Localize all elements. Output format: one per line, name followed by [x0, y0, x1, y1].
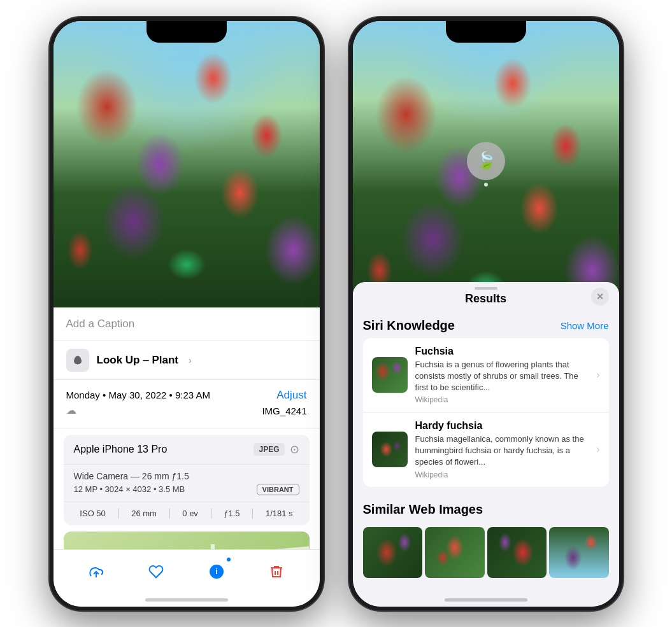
similar-img-2[interactable] — [425, 527, 485, 578]
hardy-source: Wikipedia — [415, 470, 589, 479]
left-phone: Add a Caption Look Up – Plant › — [50, 17, 324, 610]
home-indicator — [145, 598, 228, 602]
lookup-subject: Plant — [152, 354, 178, 366]
fuchsia-thumb — [372, 357, 408, 393]
favorite-button[interactable] — [142, 558, 170, 586]
fuchsia-source: Wikipedia — [415, 395, 589, 404]
date-info: Monday • May 30, 2022 • 9:23 AM — [66, 390, 210, 400]
share-button[interactable] — [82, 558, 110, 586]
cloud-icon: ☁ — [66, 404, 76, 416]
lookup-bold: Look Up — [97, 354, 140, 366]
focal-value: 26 mm — [131, 509, 157, 518]
fuchsia-chevron-icon: › — [596, 369, 599, 381]
lookup-icon — [66, 349, 89, 372]
close-icon: ✕ — [596, 292, 604, 302]
siri-knowledge-section: Siri Knowledge Show More Fuchsia Fuchsia… — [353, 312, 619, 487]
aperture-value: ƒ1.5 — [224, 509, 239, 518]
similar-img-1[interactable] — [363, 527, 423, 578]
hardy-desc: Fuchsia magellanica, commonly known as t… — [415, 433, 589, 468]
siri-knowledge-title: Siri Knowledge — [363, 318, 455, 333]
specs-text: 12 MP • 3024 × 4032 • 3.5 MB — [74, 484, 185, 494]
filename: IMG_4241 — [262, 405, 306, 416]
lookup-label: Look Up – Plant — [97, 354, 178, 367]
similar-title: Similar Web Images — [363, 502, 483, 517]
svg-text:i: i — [215, 567, 218, 576]
info-button[interactable]: i — [203, 558, 231, 586]
iso-value: ISO 50 — [80, 509, 105, 518]
adjust-button[interactable]: Adjust — [276, 389, 306, 402]
exif-row: ISO 50 26 mm 0 ev ƒ1.5 1/181 s — [64, 502, 310, 525]
jpeg-badge: JPEG — [254, 443, 284, 456]
camera-section: Apple iPhone 13 Pro JPEG ⊙ Wide Camera —… — [64, 435, 310, 525]
close-button[interactable]: ✕ — [591, 288, 609, 306]
fuchsia-desc: Fuchsia is a genus of flowering plants t… — [415, 359, 589, 394]
lookup-row[interactable]: Look Up – Plant › — [54, 341, 320, 380]
date-text: Monday • May 30, 2022 • 9:23 AM — [66, 390, 210, 400]
right-home-indicator — [445, 598, 527, 602]
hardy-content: Hardy fuchsia Fuchsia magellanica, commo… — [415, 420, 589, 479]
photo-info: Monday • May 30, 2022 • 9:23 AM Adjust ☁… — [54, 380, 320, 428]
results-panel: Results ✕ Siri Knowledge Show More — [353, 282, 619, 607]
right-screen: 🍃 Results ✕ Siri Knowledge Sho — [353, 21, 619, 607]
drag-handle[interactable] — [475, 287, 497, 290]
knowledge-item-fuchsia[interactable]: Fuchsia Fuchsia is a genus of flowering … — [363, 338, 609, 413]
show-more-button[interactable]: Show More — [561, 320, 609, 331]
fuchsia-name: Fuchsia — [415, 346, 589, 357]
notch — [147, 21, 227, 43]
shutter-value: 1/181 s — [266, 509, 293, 518]
results-header: Results ✕ — [353, 282, 619, 312]
lookup-text: Look Up – Plant — [97, 354, 178, 366]
wide-camera: Wide Camera — 26 mm ƒ1.5 — [74, 471, 299, 481]
camera-specs: 12 MP • 3024 × 4032 • 3.5 MB VIBRANT — [74, 484, 299, 495]
ev-value: 0 ev — [182, 509, 198, 518]
fuchsia-content: Fuchsia Fuchsia is a genus of flowering … — [415, 346, 589, 405]
hardy-chevron-icon: › — [596, 444, 599, 455]
right-phone: 🍃 Results ✕ Siri Knowledge Sho — [349, 17, 623, 610]
caption-placeholder[interactable]: Add a Caption — [66, 318, 135, 330]
flower-photo[interactable] — [54, 21, 320, 307]
caption-area[interactable]: Add a Caption — [54, 307, 320, 341]
camera-model: Apple iPhone 13 Pro — [74, 444, 168, 455]
similar-section: Similar Web Images — [353, 496, 619, 578]
knowledge-item-hardy[interactable]: Hardy fuchsia Fuchsia magellanica, commo… — [363, 412, 609, 487]
knowledge-card: Fuchsia Fuchsia is a genus of flowering … — [363, 338, 609, 487]
hardy-name: Hardy fuchsia — [415, 420, 589, 432]
delete-button[interactable] — [262, 558, 290, 586]
lookup-chevron-icon: › — [189, 355, 192, 365]
siri-visual-button[interactable]: 🍃 — [467, 142, 505, 180]
vibrant-badge: VIBRANT — [257, 484, 299, 495]
similar-img-4[interactable] — [549, 527, 609, 578]
camera-icon: ⊙ — [290, 442, 299, 456]
results-title: Results — [465, 292, 506, 306]
siri-dot — [484, 183, 488, 187]
leaf-icon: 🍃 — [476, 151, 496, 171]
hardy-thumb — [372, 432, 408, 467]
similar-images-row — [363, 527, 609, 578]
right-notch — [446, 21, 526, 43]
similar-img-3[interactable] — [487, 527, 547, 578]
left-screen: Add a Caption Look Up – Plant › — [54, 21, 320, 607]
